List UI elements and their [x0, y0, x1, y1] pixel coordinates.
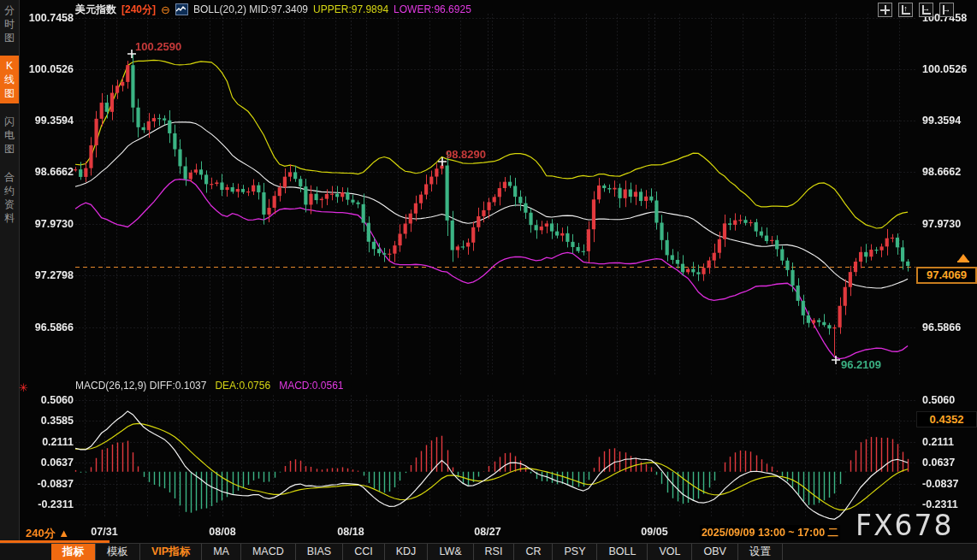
sidebar-tab-flash-chart[interactable]: 闪电图 — [0, 111, 19, 159]
macd-label-right: 0.5060 — [922, 393, 974, 407]
footer-item-KDJ[interactable]: KDJ — [385, 544, 429, 560]
annotation-100.2590: 100.2590 — [135, 40, 181, 53]
toolbar-spacer — [0, 544, 51, 560]
macd-label-left: 0.0637 — [21, 456, 74, 469]
axis-zoom-vertical-icon[interactable]: ↑ — [898, 3, 913, 17]
indicator-chart-icon — [175, 3, 188, 15]
price-label-left: 98.6662 — [21, 165, 74, 179]
boll-upper-value: UPPER:97.9894 — [313, 3, 388, 15]
pan-icon[interactable] — [878, 3, 892, 17]
current-price-box: 97.4069 — [916, 267, 977, 284]
price-label-left: 97.2798 — [21, 268, 74, 282]
sidebar-tab-kline[interactable]: K线图 — [0, 56, 19, 103]
footer-item-VIP指标[interactable]: VIP指标 — [140, 544, 202, 560]
price-label-left: 100.0526 — [21, 62, 74, 76]
footer-item-设置[interactable]: 设置 — [738, 544, 783, 560]
indicator-toolbar: 指标模板VIP指标MAMACDBIASCCIKDJLW&RSICRPSYBOLL… — [0, 543, 977, 560]
price-label-left: 97.9730 — [21, 217, 74, 231]
x-tick-08/18: 08/18 — [337, 526, 364, 538]
price-label-right: 97.9730 — [922, 217, 974, 231]
macd-name-diff: MACD(26,12,9) DIFF:0.1037 — [75, 380, 206, 393]
price-label-right: 96.5866 — [922, 321, 974, 334]
chart-tools: ↑→→ — [878, 3, 954, 17]
footer-item-MA[interactable]: MA — [202, 544, 241, 560]
footer-item-RSI[interactable]: RSI — [474, 544, 515, 560]
price-label-right: 98.6662 — [922, 165, 974, 179]
price-label-left: 99.3594 — [21, 114, 74, 127]
price-alert-marker-icon[interactable] — [958, 254, 968, 261]
annotation-98.8290: 98.8290 — [446, 148, 486, 161]
footer-item-CCI[interactable]: CCI — [343, 544, 385, 560]
time-axis-row: 240分 ▲ 2025/09/09 13:00 ~ 17:00 二 07/310… — [0, 524, 977, 543]
period-tab[interactable]: 240分 ▲ — [26, 526, 69, 541]
x-tick-08/08: 08/08 — [209, 526, 235, 538]
footer-item-PSY[interactable]: PSY — [553, 544, 597, 560]
macd-dea-value: DEA:0.0756 — [215, 380, 270, 393]
trading-terminal-window: { "header": { "symbol": "美元指数", "period"… — [0, 0, 977, 560]
footer-item-指标[interactable]: 指标 — [51, 544, 96, 560]
footer-item-OBV[interactable]: OBV — [692, 544, 737, 560]
chart-canvas[interactable] — [0, 0, 977, 560]
sidebar-tab-timeline[interactable]: 分时图 — [0, 0, 19, 48]
scroll-right-icon[interactable]: → — [939, 3, 954, 17]
price-label-left: 96.5866 — [21, 321, 74, 334]
footer-item-VOL[interactable]: VOL — [648, 544, 692, 560]
price-label-right: 99.3594 — [922, 114, 974, 127]
price-label-right: 100.0526 — [922, 62, 974, 76]
macd-label-right: -0.0837 — [922, 477, 974, 491]
footer-item-CR[interactable]: CR — [514, 544, 553, 560]
boll-lower-value: LOWER:96.6925 — [394, 3, 471, 15]
period-label: [240分] — [121, 3, 156, 17]
axis-zoom-horizontal-icon[interactable]: → — [919, 3, 933, 17]
annotation-96.2109: 96.2109 — [841, 358, 881, 371]
chart-type-sidebar: 分时图K线图闪电图合约资料 — [0, 0, 20, 540]
x-tick-09/05: 09/05 — [641, 526, 667, 538]
footer-item-模板[interactable]: 模板 — [96, 544, 140, 560]
symbol-name: 美元指数 — [75, 3, 116, 17]
price-label-left: 100.7458 — [21, 11, 74, 25]
collapse-icon[interactable]: ⊖ — [161, 3, 170, 16]
indicator-alert-icon[interactable]: ✳ — [19, 381, 28, 394]
footer-item-BIAS[interactable]: BIAS — [296, 544, 344, 560]
macd-label-left: 0.5060 — [21, 393, 74, 407]
macd-label-left: -0.2311 — [21, 498, 74, 511]
macd-label-right: 0.2111 — [922, 435, 974, 449]
macd-header: MACD(26,12,9) DIFF:0.1037 DEA:0.0756 MAC… — [75, 380, 344, 393]
macd-label-left: 0.3585 — [21, 414, 74, 427]
x-tick-07/31: 07/31 — [91, 526, 117, 538]
macd-label-left: 0.2111 — [21, 435, 74, 449]
macd-macd-value: MACD:0.0561 — [279, 380, 343, 393]
footer-item-LW&[interactable]: LW& — [428, 544, 473, 560]
watermark: FX678 — [856, 509, 954, 542]
footer-item-BOLL[interactable]: BOLL — [597, 544, 648, 560]
title-bar: 美元指数 [240分] ⊖ BOLL(20,2) MID:97.3409 UPP… — [75, 3, 471, 16]
macd-scale-highlight: 0.4352 — [916, 411, 977, 427]
macd-label-right: 0.0637 — [922, 456, 974, 469]
crosshair-time-label: 2025/09/09 13:00 ~ 17:00 二 — [700, 525, 840, 540]
x-tick-08/27: 08/27 — [474, 526, 500, 538]
sidebar-tab-contract-info[interactable]: 合约资料 — [0, 167, 19, 228]
boll-indicator-label: BOLL(20,2) MID:97.3409 — [193, 3, 308, 15]
macd-label-left: -0.0837 — [21, 477, 74, 491]
footer-item-MACD[interactable]: MACD — [241, 544, 296, 560]
